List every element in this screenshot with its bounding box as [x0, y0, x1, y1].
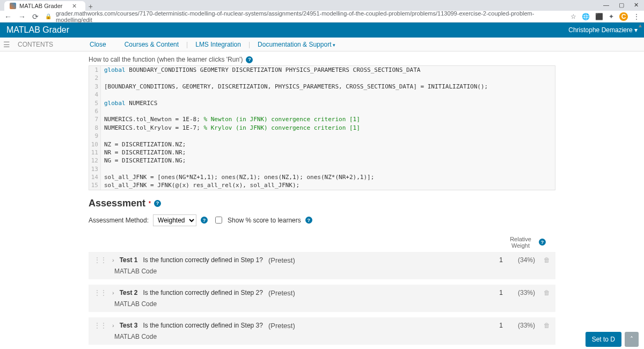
docs-support-dropdown[interactable]: Documentation & Support — [258, 41, 335, 48]
pretest-tag: (Pretest) — [268, 256, 295, 264]
set-draft-button[interactable]: Set to D — [586, 332, 621, 347]
trash-icon[interactable]: 🗑 — [544, 256, 550, 264]
address-bar[interactable]: 🔒 grader.mathworks.com/courses/7170-dete… — [45, 10, 564, 23]
app-header: MATLAB Grader Christophe Demaziere ▾ — [0, 23, 644, 38]
code-editor[interactable]: 1global BOUNDARY_CONDITIONS GEOMETRY DIS… — [89, 65, 555, 190]
courses-content-link[interactable]: Courses & Content — [125, 41, 179, 48]
trash-icon[interactable]: 🗑 — [544, 289, 550, 296]
reload-button[interactable]: ⟳ — [32, 12, 39, 21]
test-description: Is the function correctly defined in Ste… — [143, 256, 262, 264]
test-subtype: MATLAB Code — [114, 333, 550, 340]
test-description: Is the function correctly defined in Ste… — [143, 289, 262, 296]
hamburger-icon[interactable]: ☰ — [3, 40, 10, 49]
profile-avatar[interactable]: C — [619, 12, 628, 21]
weight-percent: (34%) — [508, 256, 535, 264]
window-controls: — ▢ ✕ — [598, 0, 644, 10]
user-menu[interactable]: Christophe Demaziere ▾ — [568, 26, 638, 34]
drag-handle-icon[interactable]: ⋮⋮ — [94, 256, 107, 264]
test-name: Test 3 — [120, 322, 138, 329]
browser-tab[interactable]: MATLAB Grader × — [4, 1, 85, 11]
tests-list: ⋮⋮ › Test 1 Is the function correctly de… — [89, 252, 555, 345]
tab-title: MATLAB Grader — [19, 3, 63, 9]
lock-icon: 🔒 — [45, 13, 52, 19]
collapse-button[interactable]: ˄ — [625, 332, 639, 347]
help-icon[interactable]: ? — [201, 217, 208, 224]
close-icon[interactable]: ✕ — [634, 2, 639, 9]
pretest-tag: (Pretest) — [268, 322, 295, 330]
scroll-up-icon[interactable]: ▲ — [638, 23, 643, 28]
show-pct-checkbox[interactable] — [215, 217, 222, 224]
weight-value: 1 — [481, 289, 503, 296]
star-icon[interactable]: ☆ — [570, 13, 576, 20]
test-row: ⋮⋮ › Test 2 Is the function correctly de… — [89, 285, 555, 312]
weight-percent: (33%) — [508, 289, 535, 296]
chevron-right-icon[interactable]: › — [112, 257, 114, 263]
trash-icon[interactable]: 🗑 — [544, 322, 550, 329]
app-title: MATLAB Grader — [6, 25, 69, 35]
weight-value: 1 — [481, 322, 503, 329]
method-label: Assessment Method: — [89, 217, 149, 224]
maximize-icon[interactable]: ▢ — [619, 2, 624, 9]
url-text: grader.mathworks.com/courses/7170-determ… — [56, 10, 564, 23]
weight-value: 1 — [481, 256, 503, 264]
drag-handle-icon[interactable]: ⋮⋮ — [94, 289, 107, 296]
chevron-right-icon[interactable]: › — [112, 322, 114, 329]
show-pct-label: Show % score to learners — [228, 217, 301, 224]
extensions-icon[interactable]: ✦ — [609, 13, 614, 20]
help-icon[interactable]: ? — [305, 217, 312, 224]
toolbar-icons: ☆ 🌐 ⬛ ✦ C ⋮ — [570, 12, 640, 21]
drag-handle-icon[interactable]: ⋮⋮ — [94, 322, 107, 329]
bottom-right-actions: Set to D ˄ — [586, 332, 639, 347]
method-select[interactable]: Weighted — [153, 214, 196, 226]
lms-integration-link[interactable]: LMS Integration — [195, 41, 241, 48]
chevron-right-icon[interactable]: › — [112, 289, 114, 296]
test-subtype: MATLAB Code — [114, 268, 550, 275]
test-name: Test 2 — [120, 289, 138, 296]
assessment-heading: Assessment* ? — [89, 198, 555, 209]
call-function-label: How to call the function (when the learn… — [89, 56, 555, 63]
matlab-icon — [10, 3, 16, 9]
help-icon[interactable]: ? — [539, 239, 546, 246]
back-button[interactable]: ← — [4, 12, 12, 21]
contents-label[interactable]: CONTENTS — [18, 41, 53, 48]
test-subtype: MATLAB Code — [114, 300, 550, 308]
sub-nav: ☰ CONTENTS Close Courses & Content | LMS… — [0, 38, 644, 51]
help-icon[interactable]: ? — [154, 200, 161, 207]
test-description: Is the function correctly defined in Ste… — [143, 322, 262, 329]
pretest-tag: (Pretest) — [268, 289, 295, 297]
menu-icon[interactable]: ⋮ — [633, 13, 640, 20]
weight-percent: (33%) — [508, 322, 535, 329]
forward-button[interactable]: → — [18, 12, 26, 21]
test-name: Test 1 — [120, 256, 138, 264]
test-row: ⋮⋮ › Test 3 Is the function correctly de… — [89, 317, 555, 345]
help-icon[interactable]: ? — [246, 56, 253, 63]
translate-icon[interactable]: 🌐 — [582, 13, 590, 20]
assessment-method-row: Assessment Method: Weighted ? Show % sco… — [89, 214, 555, 226]
close-panel-link[interactable]: Close — [90, 41, 106, 48]
browser-tab-strip: MATLAB Grader × + — [0, 0, 644, 11]
browser-toolbar: ← → ⟳ 🔒 grader.mathworks.com/courses/717… — [0, 11, 644, 23]
weight-header: Relative Weight ? — [89, 236, 555, 249]
tab-close-icon[interactable]: × — [69, 2, 80, 10]
test-row: ⋮⋮ › Test 1 Is the function correctly de… — [89, 252, 555, 279]
pdf-icon[interactable]: ⬛ — [595, 13, 603, 20]
main-content: How to call the function (when the learn… — [0, 51, 644, 349]
minimize-icon[interactable]: — — [603, 2, 609, 9]
